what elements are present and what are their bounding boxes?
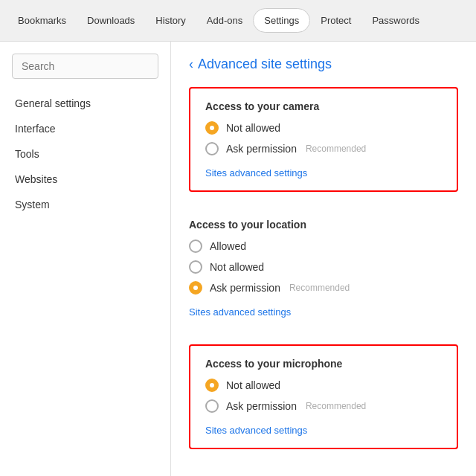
location-option-ask[interactable]: Ask permission Recommended bbox=[189, 281, 458, 295]
camera-sites-link[interactable]: Sites advanced settings bbox=[205, 167, 307, 178]
location-sites-link[interactable]: Sites advanced settings bbox=[189, 306, 291, 318]
location-recommended-badge: Recommended bbox=[289, 283, 350, 293]
search-input[interactable] bbox=[12, 54, 158, 79]
microphone-recommended-badge: Recommended bbox=[306, 401, 366, 411]
microphone-radio-ask[interactable] bbox=[205, 399, 219, 413]
microphone-label-not-allowed: Not allowed bbox=[226, 379, 280, 391]
nav-item-downloads[interactable]: Downloads bbox=[77, 9, 145, 32]
sidebar-item-general[interactable]: General settings bbox=[0, 91, 170, 116]
location-radio-allowed[interactable] bbox=[189, 239, 202, 253]
camera-section-title: Access to your camera bbox=[205, 100, 442, 112]
microphone-label-ask: Ask permission bbox=[226, 400, 297, 412]
location-radio-not-allowed[interactable] bbox=[189, 260, 202, 274]
location-radio-ask[interactable] bbox=[189, 281, 202, 295]
camera-label-not-allowed: Not allowed bbox=[226, 122, 280, 134]
microphone-sites-link[interactable]: Sites advanced settings bbox=[205, 425, 307, 436]
location-label-ask: Ask permission bbox=[210, 282, 280, 294]
location-label-not-allowed: Not allowed bbox=[210, 261, 264, 273]
sidebar-item-system[interactable]: System bbox=[0, 192, 170, 217]
camera-label-ask: Ask permission bbox=[226, 143, 297, 155]
page-title-text: Advanced site settings bbox=[198, 57, 332, 72]
microphone-section-title: Access to your microphone bbox=[205, 358, 442, 370]
location-option-allowed[interactable]: Allowed bbox=[189, 239, 458, 253]
camera-option-not-allowed[interactable]: Not allowed bbox=[205, 121, 442, 135]
nav-item-passwords[interactable]: Passwords bbox=[361, 9, 430, 32]
camera-radio-not-allowed[interactable] bbox=[205, 121, 219, 135]
microphone-option-not-allowed[interactable]: Not allowed bbox=[205, 379, 442, 392]
sidebar-item-tools[interactable]: Tools bbox=[0, 141, 170, 167]
page-title: ‹ Advanced site settings bbox=[189, 57, 458, 72]
microphone-section: Access to your microphone Not allowed As… bbox=[189, 344, 458, 449]
sidebar-item-interface[interactable]: Interface bbox=[0, 116, 170, 141]
microphone-radio-not-allowed[interactable] bbox=[205, 379, 219, 392]
back-arrow-icon[interactable]: ‹ bbox=[189, 57, 193, 72]
nav-item-protect[interactable]: Protect bbox=[310, 9, 361, 32]
camera-section: Access to your camera Not allowed Ask pe… bbox=[189, 87, 458, 192]
location-option-not-allowed[interactable]: Not allowed bbox=[189, 260, 458, 274]
nav-item-history[interactable]: History bbox=[145, 9, 196, 32]
location-label-allowed: Allowed bbox=[210, 240, 246, 252]
nav-item-settings[interactable]: Settings bbox=[253, 8, 310, 33]
main-content: ‹ Advanced site settings Access to your … bbox=[171, 42, 476, 476]
main-layout: General settings Interface Tools Website… bbox=[0, 42, 476, 476]
camera-recommended-badge: Recommended bbox=[306, 144, 366, 154]
location-section-title: Access to your location bbox=[189, 219, 458, 231]
top-nav: BookmarksDownloadsHistoryAdd-onsSettings… bbox=[0, 0, 476, 42]
camera-option-ask[interactable]: Ask permission Recommended bbox=[205, 142, 442, 155]
sidebar-item-websites[interactable]: Websites bbox=[0, 167, 170, 192]
nav-item-add-ons[interactable]: Add-ons bbox=[196, 9, 253, 32]
sidebar: General settings Interface Tools Website… bbox=[0, 42, 171, 476]
microphone-option-ask[interactable]: Ask permission Recommended bbox=[205, 399, 442, 413]
location-section: Access to your location Allowed Not allo… bbox=[189, 207, 458, 329]
camera-radio-ask[interactable] bbox=[205, 142, 219, 155]
nav-item-bookmarks[interactable]: Bookmarks bbox=[7, 9, 77, 32]
